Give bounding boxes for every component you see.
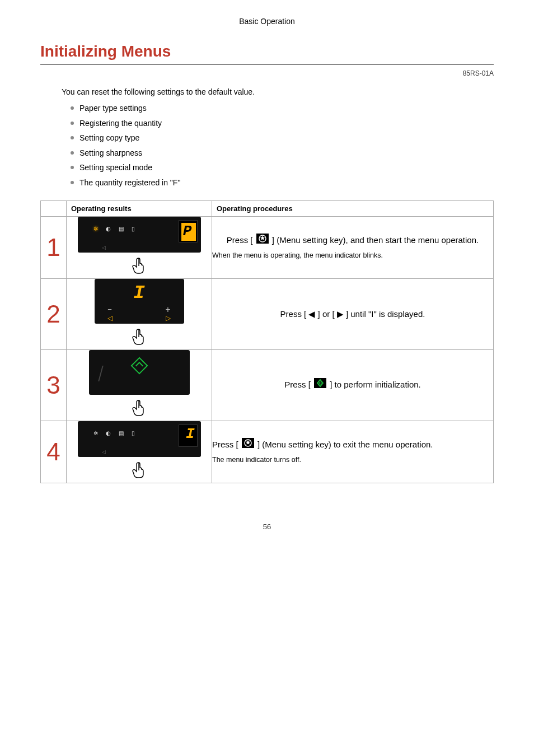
segment-display: I	[179, 424, 198, 447]
contrast-icon: ◐	[106, 430, 111, 436]
procedure-main: Press [ ] to perform initialization.	[212, 378, 493, 393]
proc-text: ] to perform initialization.	[330, 380, 421, 389]
proc-text: ] (Menu setting key), and then start the…	[272, 235, 479, 245]
minus-icon: −	[107, 305, 112, 314]
step-result: I − + ◁ ▷	[67, 278, 212, 349]
hand-pointer-icon	[67, 257, 212, 278]
copies-icon: ▤	[119, 226, 124, 232]
col-header-procedures: Operating procedures	[212, 200, 494, 216]
steps-table: Operating results Operating procedures 1…	[40, 200, 494, 483]
procedure-sub: When the menu is operating, the menu ind…	[212, 250, 493, 261]
step-procedure: Press [ ] (Menu setting key) to exit the…	[212, 421, 494, 483]
table-row: 1 ✲ ◐ ▤ ▯ P ◁	[41, 216, 494, 278]
hand-pointer-icon	[67, 399, 212, 421]
plus-icon: +	[165, 305, 170, 315]
display-char: P	[181, 223, 196, 241]
segment-display: P	[179, 220, 198, 242]
list-item: Setting special mode	[71, 160, 494, 175]
proc-text: Press [	[212, 440, 241, 449]
contrast-icon: ◐	[106, 226, 111, 232]
list-item: Setting sharpness	[71, 146, 494, 161]
left-arrow-icon: ◁	[107, 314, 113, 322]
copies-icon: ▤	[119, 430, 124, 436]
step-number: 4	[41, 421, 67, 483]
col-header-num	[41, 200, 67, 216]
panel-illustration: I − + ◁ ▷	[95, 279, 184, 324]
list-item: The quantity registered in "F"	[71, 175, 494, 190]
page-title: Initializing Menus	[40, 43, 494, 65]
step-procedure: Press [ ◀ ] or [ ▶ ] until "I" is displa…	[212, 278, 494, 349]
procedure-main: Press [ ] (Menu setting key) to exit the…	[212, 438, 493, 452]
step-number: 2	[41, 278, 67, 349]
panel-illustration	[89, 350, 190, 395]
proc-text: ] (Menu setting key) to exit the menu op…	[257, 440, 433, 449]
step-number: 1	[41, 216, 67, 278]
display-char: I	[179, 425, 197, 443]
document-code: 85RS-01A	[40, 69, 494, 77]
procedure-main: Press [ ] (Menu setting key), and then s…	[212, 234, 493, 248]
table-row: 3 Press [ ]	[41, 349, 494, 421]
list-item: Registering the quantity	[71, 116, 494, 131]
intro-text: You can reset the following settings to …	[62, 87, 494, 96]
start-key-icon	[314, 378, 326, 392]
page-number: 56	[40, 522, 494, 531]
proc-text: Press [	[227, 235, 255, 245]
right-arrow-icon: ▷	[166, 314, 171, 322]
breadcrumb: Basic Operation	[40, 17, 494, 26]
settings-list: Paper type settings Registering the quan…	[71, 101, 494, 190]
step-procedure: Press [ ] to perform initialization.	[212, 349, 494, 421]
list-item: Setting copy type	[71, 130, 494, 146]
procedure-main: Press [ ◀ ] or [ ▶ ] until "I" is displa…	[212, 307, 493, 321]
step-number: 3	[41, 349, 67, 421]
panel-illustration: ✲ ◐ ▤ ▯ P ◁	[78, 217, 201, 253]
paper-icon: ▯	[132, 430, 135, 436]
start-key-icon	[130, 357, 148, 375]
step-procedure: Press [ ] (Menu setting key), and then s…	[212, 216, 494, 278]
menu-indicator-icon: ✲	[93, 226, 98, 232]
step-result	[67, 349, 212, 421]
panel-illustration: ✲ ◐ ▤ ▯ I ◁	[78, 421, 201, 457]
menu-key-icon	[256, 234, 269, 248]
paper-icon: ▯	[132, 226, 135, 232]
table-row: 2 I − + ◁ ▷	[41, 278, 494, 349]
hand-pointer-icon	[67, 461, 212, 483]
proc-text: Press [	[284, 380, 313, 389]
display-char: I	[133, 282, 144, 304]
hand-pointer-icon	[67, 328, 212, 349]
procedure-sub: The menu indicator turns off.	[212, 454, 493, 465]
menu-indicator-icon: ✲	[93, 430, 98, 436]
col-header-results: Operating results	[67, 200, 212, 216]
table-row: 4 ✲ ◐ ▤ ▯ I ◁	[41, 421, 494, 483]
step-result: ✲ ◐ ▤ ▯ I ◁	[67, 421, 212, 483]
step-result: ✲ ◐ ▤ ▯ P ◁	[67, 216, 212, 278]
list-item: Paper type settings	[71, 101, 494, 116]
menu-key-icon	[242, 438, 254, 452]
